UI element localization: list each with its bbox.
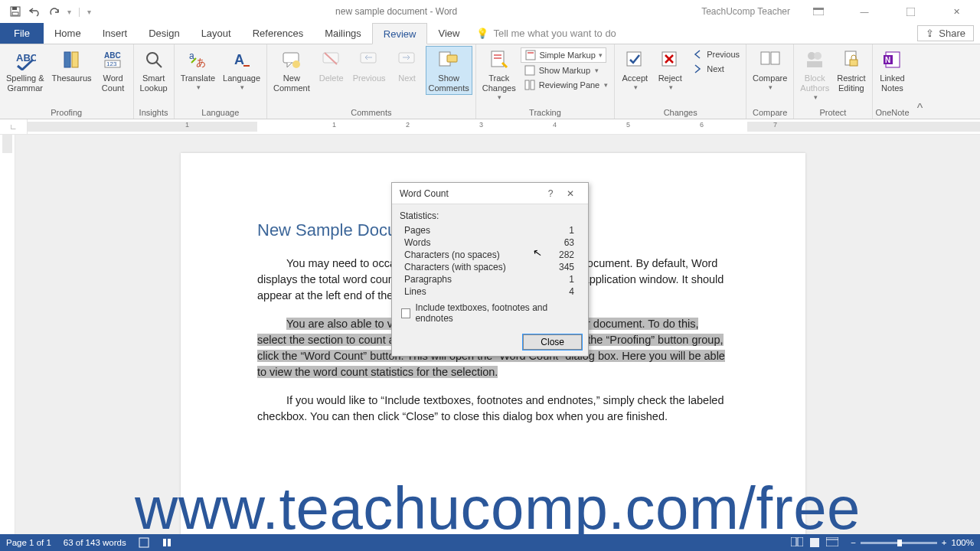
view-print-icon[interactable] xyxy=(809,537,820,548)
stat-words: Words63 xyxy=(400,236,580,249)
restrict-editing-button[interactable]: Restrict Editing xyxy=(834,46,868,95)
next-comment-icon xyxy=(395,47,420,72)
status-words[interactable]: 63 of 143 words xyxy=(64,538,126,547)
ribbon-display-icon[interactable] xyxy=(801,0,836,23)
reject-icon xyxy=(658,47,682,72)
show-comments-label: Show Comments xyxy=(429,73,469,93)
dialog-close-button[interactable]: Close xyxy=(523,334,582,350)
prev-comment-icon xyxy=(357,47,381,72)
reviewing-pane-label: Reviewing Pane xyxy=(539,80,600,90)
status-macros-icon[interactable] xyxy=(162,537,172,548)
language-button[interactable]: A Language xyxy=(220,46,263,93)
svg-rect-53 xyxy=(826,537,838,546)
compare-label: Compare xyxy=(753,73,787,83)
redo-icon[interactable] xyxy=(47,4,63,19)
include-textboxes-checkbox[interactable]: Include textboxes, footnotes and endnote… xyxy=(400,298,580,327)
changes-prev-button[interactable]: Previous xyxy=(688,47,743,61)
track-changes-icon xyxy=(487,47,511,72)
tab-layout[interactable]: Layout xyxy=(191,23,242,44)
collapse-ribbon-icon[interactable]: ^ xyxy=(913,102,928,119)
markup-dropdown[interactable]: Simple Markup ▾ xyxy=(521,47,606,63)
svg-rect-1 xyxy=(12,7,17,10)
changes-next-icon xyxy=(691,63,704,75)
svg-rect-49 xyxy=(168,539,171,546)
close-icon[interactable]: ✕ xyxy=(939,0,974,23)
svg-text:A: A xyxy=(234,52,244,67)
tab-insert[interactable]: Insert xyxy=(92,23,139,44)
include-label: Include textboxes, footnotes and endnote… xyxy=(415,302,579,324)
svg-rect-48 xyxy=(163,539,166,546)
tab-review[interactable]: Review xyxy=(372,23,428,44)
window-title: new sample document - Word xyxy=(91,6,701,17)
show-comments-button[interactable]: Show Comments xyxy=(426,46,472,95)
reject-button[interactable]: Reject xyxy=(653,46,687,93)
paragraph-3: If you would like to “Include textboxes,… xyxy=(257,393,729,425)
svg-rect-28 xyxy=(526,51,535,60)
checkbox-icon[interactable] xyxy=(401,308,410,318)
show-markup-button[interactable]: Show Markup xyxy=(521,64,612,77)
accept-label: Accept xyxy=(622,73,648,83)
delete-comment-button: Delete xyxy=(315,46,348,85)
svg-rect-25 xyxy=(492,51,504,67)
accept-button[interactable]: Accept xyxy=(618,46,652,93)
group-compare: Compare Compare xyxy=(746,44,794,119)
view-read-icon[interactable] xyxy=(791,537,803,548)
track-changes-button[interactable]: Track Changes xyxy=(479,46,519,103)
word-count-button[interactable]: ABC123 Word Count xyxy=(96,46,130,95)
save-icon[interactable] xyxy=(8,4,23,19)
tab-mailings[interactable]: Mailings xyxy=(314,23,372,44)
markup-icon xyxy=(524,49,537,61)
tab-view[interactable]: View xyxy=(427,23,470,44)
zoom-value[interactable]: 100% xyxy=(952,538,974,547)
maximize-icon[interactable] xyxy=(893,0,928,23)
language-label: Language xyxy=(223,73,260,83)
share-button[interactable]: ⇪ Share xyxy=(917,25,974,41)
tab-home[interactable]: Home xyxy=(44,23,92,44)
block-authors-label: Block Authors xyxy=(800,73,829,93)
svg-point-40 xyxy=(814,52,822,60)
dialog-close-icon[interactable]: ✕ xyxy=(560,188,580,199)
block-authors-button: Block Authors xyxy=(797,46,832,103)
translate-button[interactable]: aあ Translate xyxy=(178,46,218,93)
undo-icon[interactable] xyxy=(28,4,43,19)
group-changes: Accept Reject Previous Next Changes xyxy=(615,44,746,119)
tab-selector[interactable]: ∟ xyxy=(0,119,28,134)
minimize-icon[interactable]: — xyxy=(847,0,882,23)
compare-button[interactable]: Compare xyxy=(750,46,790,93)
smart-lookup-button[interactable]: Smart Lookup xyxy=(137,46,171,95)
tab-design[interactable]: Design xyxy=(138,23,190,44)
delete-comment-icon xyxy=(319,47,344,72)
svg-text:123: 123 xyxy=(106,60,117,67)
word-count-icon: ABC123 xyxy=(101,47,126,72)
zoom-slider[interactable] xyxy=(861,542,937,544)
svg-rect-51 xyxy=(798,537,803,546)
zoom-out-icon[interactable]: − xyxy=(851,538,856,547)
svg-rect-24 xyxy=(447,55,457,62)
share-icon: ⇪ xyxy=(926,28,934,39)
group-onenote: N Linked Notes OneNote xyxy=(873,44,913,119)
thesaurus-label: Thesaurus xyxy=(52,73,92,83)
thesaurus-button[interactable]: Thesaurus xyxy=(49,46,95,85)
svg-rect-52 xyxy=(810,538,819,547)
spelling-grammar-button[interactable]: ABC Spelling & Grammar xyxy=(3,46,47,95)
reviewing-pane-button[interactable]: Reviewing Pane xyxy=(521,78,612,92)
view-web-icon[interactable] xyxy=(826,537,838,548)
status-proofing-icon[interactable] xyxy=(139,537,149,548)
markup-value: Simple Markup xyxy=(539,51,595,60)
linked-notes-label: Linked Notes xyxy=(880,73,904,93)
new-comment-button[interactable]: New Comment xyxy=(270,46,313,95)
changes-next-label: Next xyxy=(707,64,724,73)
svg-rect-8 xyxy=(72,52,78,67)
zoom-control[interactable]: − + 100% xyxy=(851,538,974,547)
zoom-in-icon[interactable]: + xyxy=(942,538,947,547)
group-compare-label: Compare xyxy=(750,106,790,119)
svg-rect-4 xyxy=(813,8,824,10)
changes-next-button[interactable]: Next xyxy=(688,62,743,76)
dialog-help-icon[interactable]: ? xyxy=(541,188,560,199)
tab-file[interactable]: File xyxy=(0,23,44,44)
tab-references[interactable]: References xyxy=(242,23,314,44)
svg-rect-7 xyxy=(64,52,70,67)
status-page[interactable]: Page 1 of 1 xyxy=(6,538,51,547)
linked-notes-button[interactable]: N Linked Notes xyxy=(876,46,910,95)
tell-me-search[interactable]: 💡 Tell me what you want to do xyxy=(476,23,616,44)
